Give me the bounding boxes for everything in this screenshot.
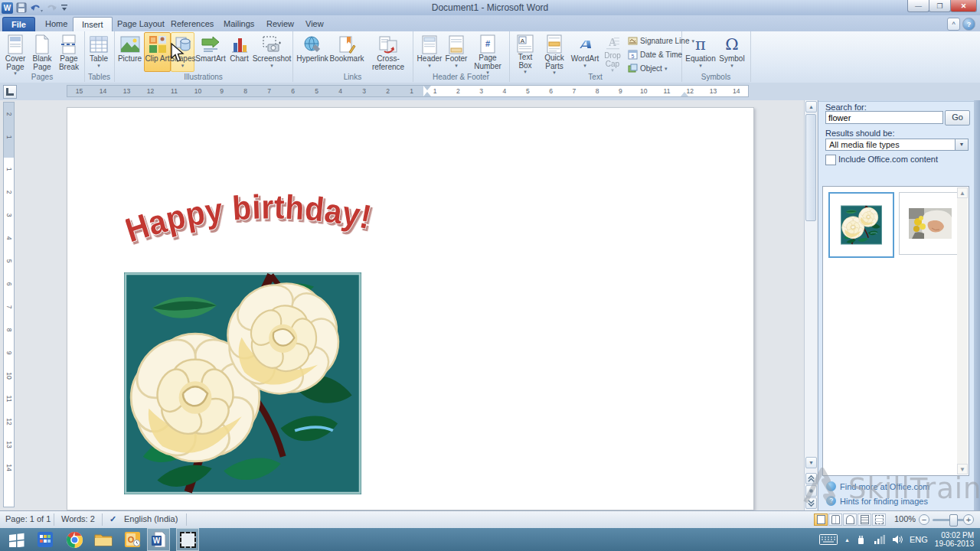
page-break-button[interactable]: Page Break bbox=[55, 32, 83, 72]
include-office-checkbox[interactable] bbox=[825, 155, 836, 165]
go-button[interactable]: Go bbox=[945, 110, 970, 126]
taskbar-word-active[interactable]: W bbox=[147, 528, 170, 551]
blank-page-button[interactable]: Blank Page bbox=[29, 32, 55, 72]
tab-review[interactable]: Review bbox=[258, 17, 302, 31]
speaker-icon[interactable] bbox=[892, 535, 903, 544]
screen: W Document1 - Microsoft Word — ❐ ✕ File … bbox=[0, 0, 980, 551]
network-icon[interactable] bbox=[874, 535, 885, 544]
select-arrow-icon[interactable]: ▼ bbox=[955, 139, 968, 150]
taskbar: O W ▲ ENG 03:02 PM 19-06-2013 bbox=[0, 528, 980, 551]
bookmark-button[interactable]: Bookmark bbox=[329, 32, 364, 72]
zoom-out-icon[interactable]: − bbox=[919, 514, 929, 525]
outline-view-button[interactable] bbox=[858, 514, 871, 526]
equation-button[interactable]: π Equation bbox=[684, 32, 717, 72]
fullscreen-reading-view-button[interactable] bbox=[828, 514, 842, 526]
hints-link[interactable]: ? Hints for finding images bbox=[826, 496, 928, 506]
save-icon[interactable] bbox=[16, 2, 27, 13]
language-indicator[interactable]: English (India) bbox=[124, 514, 178, 523]
start-button[interactable] bbox=[5, 528, 29, 551]
first-line-indent-marker[interactable] bbox=[423, 86, 431, 90]
undo-icon[interactable] bbox=[30, 3, 44, 13]
close-button[interactable]: ✕ bbox=[950, 0, 977, 12]
wordart-button[interactable]: A WordArt bbox=[570, 32, 600, 72]
taskbar-chrome[interactable] bbox=[63, 528, 86, 551]
taskbar-snip-tool-active[interactable] bbox=[176, 528, 199, 551]
ruler-number: 5 bbox=[3, 256, 15, 266]
web-layout-view-button[interactable] bbox=[843, 514, 857, 526]
cover-page-button[interactable]: Cover Page bbox=[2, 32, 29, 72]
ruler-number: 12 bbox=[139, 86, 162, 96]
tab-selector[interactable] bbox=[3, 85, 17, 99]
taskbar-file-explorer[interactable] bbox=[92, 528, 115, 551]
draft-view-button[interactable] bbox=[872, 514, 886, 526]
scroll-down-icon[interactable]: ▼ bbox=[805, 457, 817, 468]
ruler-number: 13 bbox=[701, 86, 724, 96]
power-icon[interactable] bbox=[857, 535, 867, 545]
text-box-button[interactable]: A Text Box bbox=[511, 32, 539, 72]
tray-expand-icon[interactable]: ▲ bbox=[844, 537, 850, 543]
spellcheck-icon[interactable]: ✓ bbox=[109, 514, 116, 524]
qat-customize-icon[interactable] bbox=[60, 3, 68, 12]
previous-page-icon[interactable] bbox=[805, 473, 817, 484]
zoom-level[interactable]: 100% bbox=[894, 514, 916, 523]
table-button[interactable]: Table bbox=[86, 32, 112, 72]
tab-references[interactable]: References bbox=[162, 17, 222, 31]
page-indicator[interactable]: Page: 1 of 1 bbox=[5, 514, 51, 523]
help-icon[interactable]: ? bbox=[962, 18, 975, 31]
results-scroll-up-icon[interactable]: ▲ bbox=[957, 187, 968, 198]
minimize-ribbon-icon[interactable]: ^ bbox=[947, 18, 960, 31]
quick-parts-button[interactable]: Quick Parts bbox=[539, 32, 570, 72]
document-scrollbar[interactable]: ▲ ▼ bbox=[804, 100, 817, 510]
word-app-icon[interactable]: W bbox=[2, 2, 13, 14]
clipart-result-photo[interactable] bbox=[899, 192, 962, 255]
window-title: Document1 - Microsoft Word bbox=[230, 2, 750, 13]
tab-view[interactable]: View bbox=[297, 17, 332, 31]
document-page[interactable]: Happy birthday! bbox=[67, 107, 754, 510]
restore-button[interactable]: ❐ bbox=[929, 0, 951, 12]
next-page-icon[interactable] bbox=[805, 497, 817, 509]
wordart-object[interactable]: Happy birthday! bbox=[126, 184, 378, 264]
dashed-selection-icon bbox=[180, 532, 196, 548]
right-indent-marker[interactable] bbox=[681, 92, 688, 96]
taskbar-tiles-app[interactable] bbox=[34, 528, 57, 551]
taskbar-outlook[interactable]: O bbox=[121, 528, 144, 551]
minimize-button[interactable]: — bbox=[907, 0, 929, 12]
touch-keyboard-icon[interactable] bbox=[819, 534, 838, 545]
language-button[interactable]: ENG bbox=[910, 535, 928, 544]
rose-clipart-image[interactable] bbox=[124, 272, 361, 497]
tab-insert[interactable]: Insert bbox=[73, 17, 113, 32]
clip-art-button[interactable]: Clip Art bbox=[144, 32, 171, 72]
drop-cap-button[interactable]: A Drop Cap bbox=[600, 32, 625, 72]
scrollbar-thumb[interactable] bbox=[805, 114, 816, 221]
clock[interactable]: 03:02 PM 19-06-2013 bbox=[935, 531, 974, 548]
search-input[interactable] bbox=[825, 111, 943, 124]
word-count[interactable]: Words: 2 bbox=[61, 514, 95, 523]
chart-button[interactable]: Chart bbox=[227, 32, 252, 72]
zoom-slider-thumb[interactable] bbox=[949, 514, 958, 527]
find-more-link[interactable]: Find more at Office.com bbox=[826, 481, 929, 491]
results-scrollbar[interactable]: ▲ ▼ bbox=[957, 187, 968, 474]
results-scroll-down-icon[interactable]: ▼ bbox=[957, 464, 968, 474]
hyperlink-button[interactable]: Hyperlink bbox=[296, 32, 329, 72]
media-type-select[interactable]: All media file types ▼ bbox=[825, 139, 969, 151]
picture-button[interactable]: Picture bbox=[116, 32, 144, 72]
zoom-in-icon[interactable]: + bbox=[963, 514, 974, 525]
hanging-indent-marker[interactable] bbox=[423, 92, 431, 96]
select-browse-object-icon[interactable] bbox=[805, 485, 817, 497]
clipart-result-roses[interactable] bbox=[828, 192, 894, 258]
ruler-number: 9 bbox=[609, 86, 632, 96]
print-layout-view-button[interactable] bbox=[814, 514, 828, 526]
pane-header[interactable]: Clip Art ▼ ✕ bbox=[818, 100, 974, 102]
tab-file[interactable]: File bbox=[2, 17, 35, 32]
scroll-up-icon[interactable]: ▲ bbox=[805, 101, 817, 112]
symbol-button[interactable]: Ω Symbol bbox=[717, 32, 747, 72]
footer-button[interactable]: Footer bbox=[443, 32, 469, 72]
cross-reference-button[interactable]: Cross-reference bbox=[364, 32, 412, 72]
header-button[interactable]: Header bbox=[416, 32, 443, 72]
tab-mailings[interactable]: Mailings bbox=[215, 17, 263, 31]
screenshot-button[interactable]: Screenshot bbox=[252, 32, 292, 72]
tab-home[interactable]: Home bbox=[37, 17, 76, 31]
redo-icon-disabled[interactable] bbox=[47, 3, 57, 13]
smartart-button[interactable]: SmartArt bbox=[194, 32, 227, 72]
page-number-button[interactable]: # Page Number bbox=[469, 32, 506, 72]
